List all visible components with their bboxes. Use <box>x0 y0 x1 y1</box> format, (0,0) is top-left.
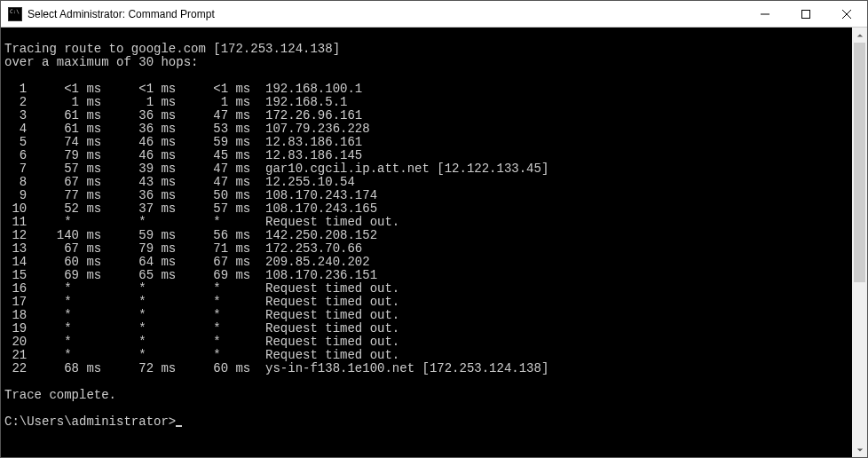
vertical-scrollbar[interactable] <box>852 28 867 457</box>
svg-rect-1 <box>802 10 810 18</box>
terminal-output[interactable]: Tracing route to google.com [172.253.124… <box>1 28 852 457</box>
minimize-button[interactable] <box>745 1 785 28</box>
cmd-icon <box>8 7 22 21</box>
scroll-up-button[interactable] <box>852 28 867 43</box>
app-window: Select Administrator: Command Prompt Tra… <box>0 0 868 458</box>
client-area: Tracing route to google.com [172.253.124… <box>1 28 867 457</box>
title-bar[interactable]: Select Administrator: Command Prompt <box>1 1 867 28</box>
scroll-down-button[interactable] <box>852 442 867 457</box>
scroll-thumb[interactable] <box>854 43 865 282</box>
window-title: Select Administrator: Command Prompt <box>28 8 215 20</box>
cursor <box>176 425 182 427</box>
maximize-button[interactable] <box>785 1 826 28</box>
scroll-track[interactable] <box>852 43 867 442</box>
prompt-text: C:\Users\administrator> <box>4 415 176 429</box>
close-button[interactable] <box>826 1 867 28</box>
